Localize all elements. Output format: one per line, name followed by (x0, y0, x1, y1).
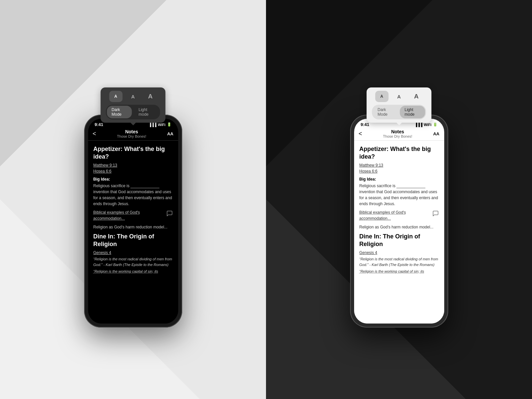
left-scripture-matthew[interactable]: Matthew 9:13 (93, 163, 173, 168)
right-font-size-row: A A A (375, 91, 423, 102)
font-medium-button[interactable]: A (126, 91, 140, 102)
left-big-idea-text: Religious sacrifice is _____________ inv… (93, 183, 173, 207)
left-quote1: “Religion is the most radical dividing o… (93, 256, 173, 267)
left-quote2-text: “Religion is the working capital of sin;… (93, 269, 158, 273)
left-section2-heading: Dine In: The Origin of Religion (93, 233, 173, 248)
left-phone-wrapper: A A A Dark Mode Light mode 9:41 ▐▐▐ WiFi… (84, 71, 182, 328)
left-quote2: “Religion is the working capital of sin;… (93, 269, 173, 274)
right-popup-arrow (396, 123, 402, 125)
right-chat-icon[interactable] (432, 210, 439, 217)
right-dark-mode-button[interactable]: Dark Mode (373, 106, 398, 118)
left-time: 9:41 (95, 122, 103, 127)
right-quote2-text: “Religion is the working capital of sin;… (359, 269, 424, 273)
right-nav-bar: < Notes Those Dry Bones! AA (354, 128, 444, 141)
right-font-popup: A A A Dark Mode Light mode (367, 87, 432, 123)
left-accommodation-text: Biblical examples of God's accommodation… (93, 209, 164, 221)
left-scripture-hosea[interactable]: Hosea 6:6 (93, 169, 173, 174)
right-quote1: “Religion is the most radical dividing o… (359, 256, 439, 267)
right-back-button[interactable]: < (359, 130, 362, 137)
font-large-button[interactable]: A (144, 91, 157, 102)
popup-arrow (130, 123, 136, 125)
left-content: Appetizer: What's the big idea? Matthew … (88, 141, 178, 324)
right-harm-reduction-text: Religion as God's harm reduction model..… (359, 224, 439, 230)
right-scripture-genesis[interactable]: Genesis 4 (359, 250, 439, 255)
font-small-button[interactable]: A (109, 91, 122, 102)
left-status-icons: ▐▐▐ WiFi 🔋 (149, 122, 172, 127)
right-status-icons: ▐▐▐ WiFi 🔋 (415, 122, 438, 127)
light-mode-button[interactable]: Light mode (134, 106, 159, 118)
right-mode-row: Dark Mode Light mode (372, 105, 426, 119)
left-font-popup: A A A Dark Mode Light mode (101, 87, 166, 123)
left-scripture-genesis[interactable]: Genesis 4 (93, 250, 173, 255)
left-phone: 9:41 ▐▐▐ WiFi 🔋 < Notes Those Dry Bones!… (84, 115, 182, 328)
left-aa-button[interactable]: AA (167, 131, 174, 136)
left-background: A A A Dark Mode Light mode 9:41 ▐▐▐ WiFi… (0, 0, 266, 399)
font-size-row: A A A (109, 91, 157, 102)
right-nav-title: Notes Those Dry Bones! (383, 129, 412, 138)
right-big-idea-text: Religious sacrifice is _____________ inv… (359, 183, 439, 207)
right-font-large-button[interactable]: A (410, 91, 423, 102)
right-font-small-button[interactable]: A (375, 91, 388, 102)
right-accommodation-text: Biblical examples of God's accommodation… (359, 209, 430, 221)
left-accommodation-row: Biblical examples of God's accommodation… (93, 209, 173, 221)
mode-row: Dark Mode Light mode (106, 105, 160, 119)
right-light-mode-button[interactable]: Light mode (400, 106, 425, 118)
right-font-medium-button[interactable]: A (392, 91, 406, 102)
right-quote2: “Religion is the working capital of sin;… (359, 269, 439, 274)
left-section1-heading: Appetizer: What's the big idea? (93, 145, 173, 160)
left-back-button[interactable]: < (93, 130, 96, 137)
left-chat-icon[interactable] (166, 210, 173, 217)
right-phone-wrapper: A A A Dark Mode Light mode 9:41 ▐▐▐ WiFi… (350, 71, 448, 328)
right-big-idea-label: Big Idea: (359, 177, 439, 182)
right-section2-heading: Dine In: The Origin of Religion (359, 233, 439, 248)
right-content: Appetizer: What's the big idea? Matthew … (354, 141, 444, 324)
left-big-idea-label: Big Idea: (93, 177, 173, 182)
right-background: A A A Dark Mode Light mode 9:41 ▐▐▐ WiFi… (266, 0, 532, 399)
left-phone-screen: 9:41 ▐▐▐ WiFi 🔋 < Notes Those Dry Bones!… (88, 119, 178, 324)
right-section1-heading: Appetizer: What's the big idea? (359, 145, 439, 160)
right-time: 9:41 (361, 122, 369, 127)
left-nav-title: Notes Those Dry Bones! (117, 129, 146, 138)
right-accommodation-row: Biblical examples of God's accommodation… (359, 209, 439, 221)
right-phone-screen: 9:41 ▐▐▐ WiFi 🔋 < Notes Those Dry Bones!… (354, 119, 444, 324)
right-phone: 9:41 ▐▐▐ WiFi 🔋 < Notes Those Dry Bones!… (350, 115, 448, 328)
right-scripture-hosea[interactable]: Hosea 6:6 (359, 169, 439, 174)
left-harm-reduction-text: Religion as God's harm reduction model..… (93, 224, 173, 230)
right-scripture-matthew[interactable]: Matthew 9:13 (359, 163, 439, 168)
dark-mode-button[interactable]: Dark Mode (107, 106, 132, 118)
right-aa-button[interactable]: AA (433, 131, 440, 136)
left-nav-bar: < Notes Those Dry Bones! AA (88, 128, 178, 141)
